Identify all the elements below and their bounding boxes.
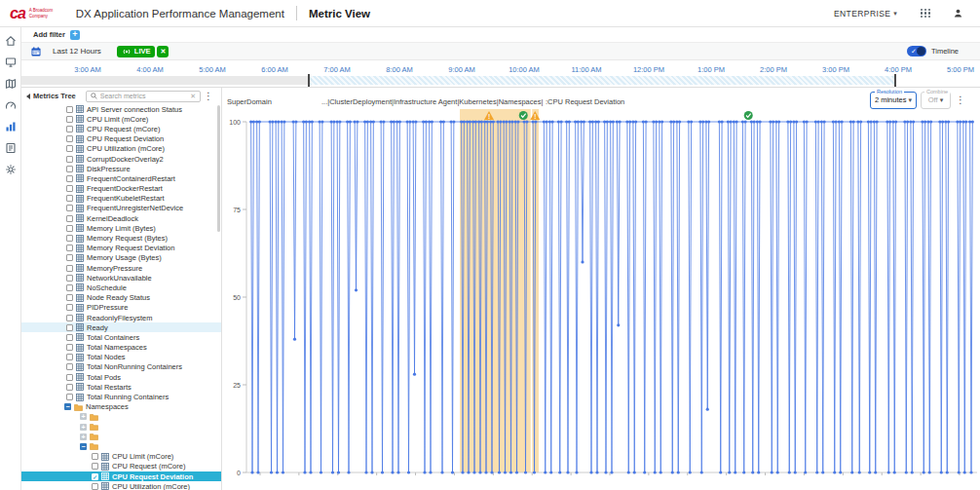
data-point[interactable] (817, 120, 820, 123)
data-point[interactable] (906, 120, 909, 123)
data-point[interactable] (700, 471, 703, 473)
data-point[interactable] (533, 471, 536, 473)
tree-item-cpu-request-deviation[interactable]: ✓ CPU Request Deviation (21, 471, 221, 481)
data-point[interactable] (510, 120, 513, 123)
tree-item-ready[interactable]: Ready (21, 322, 221, 332)
add-filter-button[interactable]: + (70, 30, 80, 40)
checkbox[interactable] (66, 394, 73, 400)
tree-subfolder[interactable]: − (21, 441, 221, 451)
tree-item-cpu-utilization-mcore-[interactable]: CPU Utilization (mCore) (21, 481, 221, 490)
data-point[interactable] (474, 120, 477, 123)
settings-gear-icon[interactable] (4, 163, 17, 175)
data-point[interactable] (671, 471, 674, 473)
expand-icon[interactable]: + (80, 433, 87, 440)
data-point[interactable] (256, 471, 259, 473)
data-point[interactable] (490, 471, 493, 473)
checkbox[interactable] (66, 294, 73, 301)
data-point[interactable] (701, 120, 704, 123)
data-point[interactable] (893, 471, 896, 473)
checkbox[interactable] (66, 145, 73, 152)
data-point[interactable] (364, 471, 367, 473)
collapse-panel-icon[interactable] (26, 94, 30, 99)
data-point[interactable] (355, 288, 358, 291)
tree-item-total-nonrunning-containers[interactable]: Total NonRunning Containers (21, 362, 221, 372)
data-point[interactable] (546, 120, 548, 123)
checkbox[interactable] (66, 225, 73, 232)
data-point[interactable] (558, 471, 561, 473)
data-point[interactable] (575, 471, 578, 473)
tree-scrollbar[interactable] (217, 105, 220, 232)
data-point[interactable] (689, 471, 692, 473)
tree-item-networkunavailable[interactable]: NetworkUnavailable (21, 273, 221, 283)
expand-icon[interactable]: + (80, 413, 87, 420)
data-point[interactable] (905, 471, 908, 473)
tree-subfolder[interactable]: + (21, 432, 221, 441)
data-point[interactable] (850, 471, 853, 473)
data-point[interactable] (759, 120, 762, 123)
data-point[interactable] (971, 120, 974, 123)
tree-item-cpu-request-mcore-[interactable]: CPU Request (mCore) (21, 124, 221, 133)
data-point[interactable] (610, 471, 613, 473)
data-point[interactable] (815, 471, 818, 473)
checkbox[interactable] (66, 254, 73, 261)
data-point[interactable] (776, 471, 779, 473)
data-point[interactable] (413, 373, 416, 376)
data-point[interactable] (677, 471, 680, 473)
data-point[interactable] (276, 471, 279, 473)
data-point[interactable] (753, 120, 756, 123)
data-point[interactable] (628, 120, 631, 123)
data-point[interactable] (940, 471, 943, 473)
data-point[interactable] (788, 471, 791, 473)
data-point[interactable] (303, 471, 306, 473)
timeline-selected-range[interactable] (310, 76, 896, 85)
data-point[interactable] (841, 120, 844, 123)
data-point[interactable] (789, 120, 792, 123)
data-point[interactable] (398, 120, 401, 123)
timeline-toggle[interactable]: ✓ (907, 46, 926, 57)
tree-item-corruptdockeroverlay2[interactable]: CorruptDockerOverlay2 (21, 154, 221, 164)
data-point[interactable] (804, 471, 807, 473)
tab-metric-view[interactable]: Metric View (309, 8, 370, 19)
data-point[interactable] (923, 471, 925, 473)
data-point[interactable] (311, 120, 314, 123)
tree-item-total-restarts[interactable]: Total Restarts (21, 382, 221, 392)
data-point[interactable] (728, 471, 731, 473)
data-point[interactable] (423, 471, 426, 473)
data-point[interactable] (645, 120, 648, 123)
search-clear-icon[interactable]: ✕ (190, 93, 196, 100)
checkbox[interactable] (66, 235, 73, 242)
search-input[interactable]: Search metrics ✕ (86, 91, 201, 102)
checkbox[interactable] (66, 354, 73, 360)
data-point[interactable] (478, 471, 481, 473)
data-point[interactable] (852, 120, 855, 123)
data-point[interactable] (835, 120, 838, 123)
checkbox[interactable] (66, 156, 73, 163)
data-point[interactable] (751, 471, 754, 473)
data-point[interactable] (425, 120, 428, 123)
expand-icon[interactable]: + (80, 424, 87, 431)
data-point[interactable] (534, 120, 537, 123)
data-point[interactable] (633, 471, 636, 473)
checkbox[interactable] (66, 205, 73, 211)
check-icon[interactable] (519, 111, 528, 120)
tree-item-frequentunregisternetdevice[interactable]: FrequentUnregisterNetDevice (21, 204, 221, 213)
data-point[interactable] (617, 323, 620, 326)
data-point[interactable] (442, 120, 445, 123)
data-point[interactable] (929, 120, 932, 123)
collapse-icon[interactable]: − (64, 403, 71, 410)
data-point[interactable] (627, 471, 630, 473)
data-point[interactable] (407, 471, 410, 473)
data-point[interactable] (463, 120, 466, 123)
tree-subfolder[interactable]: + (21, 412, 221, 422)
tree-item-cpu-request-deviation[interactable]: CPU Request Deviation (21, 134, 221, 144)
checkbox[interactable] (66, 185, 73, 192)
data-point[interactable] (964, 120, 967, 123)
data-point[interactable] (258, 120, 261, 123)
data-point[interactable] (660, 471, 662, 473)
data-point[interactable] (946, 471, 949, 473)
data-point[interactable] (868, 471, 871, 473)
data-point[interactable] (484, 471, 487, 473)
data-point[interactable] (654, 471, 657, 473)
data-point[interactable] (515, 471, 518, 473)
checkbox[interactable] (66, 166, 73, 172)
